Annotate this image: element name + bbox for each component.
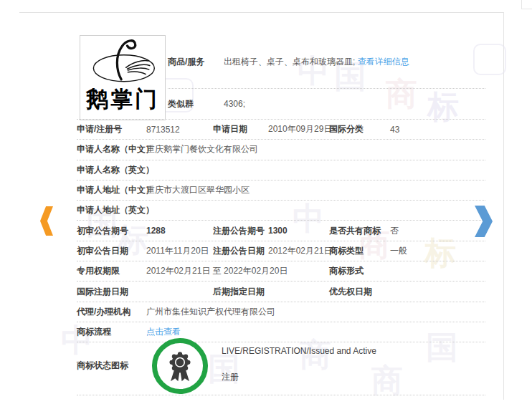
goods-value: 出租椅子、桌子、桌布和玻璃器皿; 查看详细信息 xyxy=(224,56,485,68)
goods-row: 商品/服务 出租椅子、桌子、桌布和玻璃器皿; 查看详细信息 xyxy=(168,35,485,89)
applicant-cn-label: 申请人名称（中文） xyxy=(77,143,146,155)
trademark-name-text: 鹅掌门 xyxy=(86,85,159,115)
similar-group-row: 类似群 4306; xyxy=(168,89,485,119)
priority-date-label: 优先权日期 xyxy=(329,286,390,298)
goods-value-text: 出租椅子、桌子、桌布和玻璃器皿; xyxy=(224,57,358,67)
corner-decoration xyxy=(521,0,532,9)
table-row: 专用权期限 2012年02月21日 至 2022年02月20日 商标形式 xyxy=(77,261,485,282)
table-row: 国际注册日期 后期指定日期 优先权日期 xyxy=(77,282,485,302)
reg-pub-no-label: 注册公告期号 xyxy=(213,225,268,237)
similar-group-label: 类似群 xyxy=(168,98,224,110)
intl-class-label: 国际分类 xyxy=(329,123,390,135)
status-text-cn: 注册 xyxy=(222,371,239,383)
tm-type-label: 商标类型 xyxy=(329,245,390,257)
goods-label: 商品/服务 xyxy=(168,56,224,68)
status-text-en: LIVE/REGISTRATION/Issued and Active xyxy=(222,346,376,356)
table-row: 申请人名称（英文） xyxy=(77,160,485,181)
tm-form-label: 商标形式 xyxy=(329,265,390,277)
is-shared-value: 否 xyxy=(390,225,485,237)
table-row: 申请人名称（中文） 重庆鹅掌门餐饮文化有限公司 xyxy=(77,140,485,160)
first-pub-no-value: 1288 xyxy=(146,226,213,236)
table-row: 申请/注册号 8713512 申请日期 2010年09月29日 国际分类 43 xyxy=(77,120,485,140)
intl-class-value: 43 xyxy=(390,125,485,135)
applicant-en-label: 申请人名称（英文） xyxy=(77,164,146,176)
status-label: 商标状态图标 xyxy=(77,360,128,372)
applicant-cn-value: 重庆鹅掌门餐饮文化有限公司 xyxy=(146,143,485,155)
ribbon-award-icon xyxy=(161,347,199,385)
app-date-value: 2010年09月29日 xyxy=(268,123,329,135)
reg-no-value: 8713512 xyxy=(146,125,213,135)
trademark-logo: 鹅掌门 xyxy=(80,35,166,120)
reg-no-label: 申请/注册号 xyxy=(77,123,146,135)
table-row: 初审公告期号 1288 注册公告期号 1300 是否共有商标 否 xyxy=(77,221,485,241)
agent-value: 广州市集佳知识产权代理有限公司 xyxy=(146,306,485,318)
reg-pub-date-label: 注册公告日期 xyxy=(213,245,268,257)
table-row: 初审公告日期 2011年11月20日 注册公告日期 2012年02月21日 商标… xyxy=(77,241,485,261)
address-cn-label: 申请人地址（中文） xyxy=(77,184,146,196)
status-row: 商标状态图标 LIVE/REGISTRATION/Issued and Acti… xyxy=(77,334,485,395)
first-pub-date-value: 2011年11月20日 xyxy=(146,245,213,257)
exclusive-period-label: 专用权期限 xyxy=(77,265,146,277)
is-shared-label: 是否共有商标 xyxy=(329,225,390,237)
table-row: 代理/办理机构 广州市集佳知识产权代理有限公司 xyxy=(77,302,485,322)
later-desig-date-label: 后期指定日期 xyxy=(213,286,268,298)
detail-table: 申请/注册号 8713512 申请日期 2010年09月29日 国际分类 43 … xyxy=(77,119,485,342)
similar-group-value: 4306; xyxy=(224,99,485,109)
intl-reg-date-label: 国际注册日期 xyxy=(77,286,146,298)
app-date-label: 申请日期 xyxy=(213,123,268,135)
reg-pub-date-value: 2012年02月21日 xyxy=(268,245,329,257)
table-row: 申请人地址（中文） 重庆市大渡口区翠华园小区 xyxy=(77,181,485,201)
registration-medal-icon xyxy=(152,338,208,394)
trademark-detail-panel: 中 国 商 标 国 标 中 商 标 中 国 商 国 商 鹅掌门 商品/服务 出租… xyxy=(19,12,504,400)
address-cn-value: 重庆市大渡口区翠华园小区 xyxy=(146,184,485,196)
swan-logo-image xyxy=(85,36,160,87)
reg-pub-no-value: 1300 xyxy=(268,226,329,236)
view-details-link[interactable]: 查看详细信息 xyxy=(358,57,409,67)
first-pub-date-label: 初审公告日期 xyxy=(77,245,146,257)
agent-label: 代理/办理机构 xyxy=(77,306,146,318)
address-en-label: 申请人地址（英文） xyxy=(77,204,146,216)
goods-section: 商品/服务 出租椅子、桌子、桌布和玻璃器皿; 查看详细信息 类似群 4306; xyxy=(168,35,485,119)
first-pub-no-label: 初审公告期号 xyxy=(77,225,146,237)
tm-type-value: 一般 xyxy=(390,245,485,257)
table-row: 申请人地址（英文） xyxy=(77,201,485,221)
exclusive-period-value: 2012年02月21日 至 2022年02月20日 xyxy=(146,265,329,277)
